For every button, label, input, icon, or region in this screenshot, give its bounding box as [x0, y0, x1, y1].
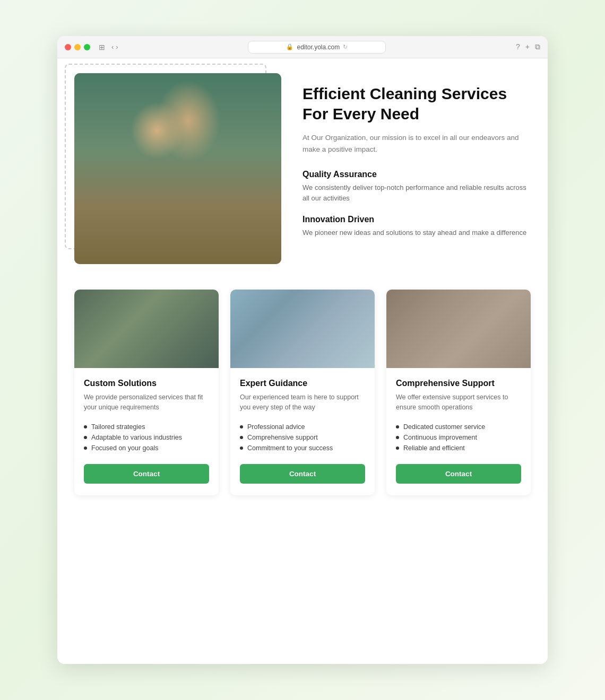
url-text: editor.yola.com: [297, 43, 340, 51]
browser-actions: ? + ⧉: [516, 42, 540, 51]
feature-quality-assurance: Quality Assurance We consistently delive…: [302, 170, 531, 203]
bullet-icon: [84, 447, 87, 450]
list-item-text: Professional advice: [247, 423, 305, 431]
bullet-icon: [84, 436, 87, 439]
list-item-text: Focused on your goals: [91, 444, 158, 452]
hero-text: Efficient Cleaning Services For Every Ne…: [302, 73, 531, 250]
list-item: Continuous improvement: [396, 432, 521, 443]
forward-button[interactable]: ›: [116, 43, 118, 51]
list-item-text: Dedicated customer service: [403, 423, 485, 431]
nav-arrows: ‹ ›: [111, 43, 118, 51]
lock-icon: 🔒: [286, 43, 293, 50]
card-custom-solutions: Custom Solutions We provide personalized…: [74, 290, 219, 495]
list-item-text: Commitment to your success: [247, 444, 333, 452]
hero-subtitle: At Our Organization, our mission is to e…: [302, 132, 531, 155]
card-body-1: Custom Solutions We provide personalized…: [74, 368, 219, 495]
feature-innovation-driven: Innovation Driven We pioneer new ideas a…: [302, 215, 531, 238]
add-tab-icon[interactable]: +: [525, 42, 530, 51]
feature-title-1: Quality Assurance: [302, 170, 531, 179]
bullet-icon: [240, 447, 243, 450]
list-item-text: Tailored strategies: [91, 423, 145, 431]
card-body-2: Expert Guidance Our experienced team is …: [230, 368, 375, 495]
extensions-icon[interactable]: ⧉: [535, 42, 540, 51]
list-item: Focused on your goals: [84, 443, 209, 453]
traffic-lights: [65, 44, 90, 50]
cards-section: Custom Solutions We provide personalized…: [74, 290, 531, 495]
grid-icon: ⊞: [99, 43, 105, 51]
list-item: Commitment to your success: [240, 443, 365, 453]
feature-desc-2: We pioneer new ideas and solutions to st…: [302, 228, 531, 238]
hero-image-wrapper: [74, 73, 281, 264]
browser-window: ⊞ ‹ › 🔒 editor.yola.com ↻ ? + ⧉: [57, 36, 548, 664]
card-desc-1: We provide personalized services that fi…: [84, 392, 209, 413]
bullet-icon: [84, 425, 87, 428]
card-list-2: Professional advice Comprehensive suppor…: [240, 422, 365, 453]
list-item: Reliable and efficient: [396, 443, 521, 453]
list-item: Dedicated customer service: [396, 422, 521, 432]
bullet-icon: [240, 425, 243, 428]
bullet-icon: [240, 436, 243, 439]
feature-desc-1: We consistently deliver top-notch perfor…: [302, 182, 531, 203]
minimize-button[interactable]: [74, 44, 81, 50]
list-item: Tailored strategies: [84, 422, 209, 432]
card-title-2: Expert Guidance: [240, 379, 365, 388]
bullet-icon: [396, 447, 399, 450]
card-image-1: [74, 290, 219, 368]
card-list-1: Tailored strategies Adaptable to various…: [84, 422, 209, 453]
contact-button-3[interactable]: Contact: [396, 464, 521, 484]
card-image-2: [230, 290, 375, 368]
card-comprehensive-support: Comprehensive Support We offer extensive…: [386, 290, 531, 495]
contact-button-2[interactable]: Contact: [240, 464, 365, 484]
hero-title: Efficient Cleaning Services For Every Ne…: [302, 84, 531, 124]
card-desc-3: We offer extensive support services to e…: [396, 392, 521, 413]
card-expert-guidance: Expert Guidance Our experienced team is …: [230, 290, 375, 495]
card-title-3: Comprehensive Support: [396, 379, 521, 388]
list-item-text: Reliable and efficient: [403, 444, 465, 452]
list-item: Comprehensive support: [240, 432, 365, 443]
bullet-icon: [396, 436, 399, 439]
card-list-3: Dedicated customer service Continuous im…: [396, 422, 521, 453]
feature-title-2: Innovation Driven: [302, 215, 531, 224]
maximize-button[interactable]: [84, 44, 90, 50]
contact-button-1[interactable]: Contact: [84, 464, 209, 484]
browser-toolbar: ⊞ ‹ › 🔒 editor.yola.com ↻ ? + ⧉: [57, 36, 548, 58]
list-item: Professional advice: [240, 422, 365, 432]
refresh-icon: ↻: [343, 43, 348, 50]
hero-image-placeholder: [74, 73, 281, 264]
bullet-icon: [396, 425, 399, 428]
card-desc-2: Our experienced team is here to support …: [240, 392, 365, 413]
list-item-text: Adaptable to various industries: [91, 434, 182, 441]
card-title-1: Custom Solutions: [84, 379, 209, 388]
list-item: Adaptable to various industries: [84, 432, 209, 443]
card-body-3: Comprehensive Support We offer extensive…: [386, 368, 531, 495]
list-item-text: Continuous improvement: [403, 434, 477, 441]
back-button[interactable]: ‹: [111, 43, 114, 51]
worker-silhouette-decoration: [74, 73, 281, 264]
help-icon[interactable]: ?: [516, 42, 520, 51]
address-bar[interactable]: 🔒 editor.yola.com ↻: [248, 41, 386, 54]
hero-section: Efficient Cleaning Services For Every Ne…: [74, 73, 531, 264]
browser-content: Efficient Cleaning Services For Every Ne…: [57, 58, 548, 664]
list-item-text: Comprehensive support: [247, 434, 318, 441]
close-button[interactable]: [65, 44, 71, 50]
hero-image: [74, 73, 281, 264]
address-bar-container: 🔒 editor.yola.com ↻: [129, 41, 505, 54]
card-image-3: [386, 290, 531, 368]
